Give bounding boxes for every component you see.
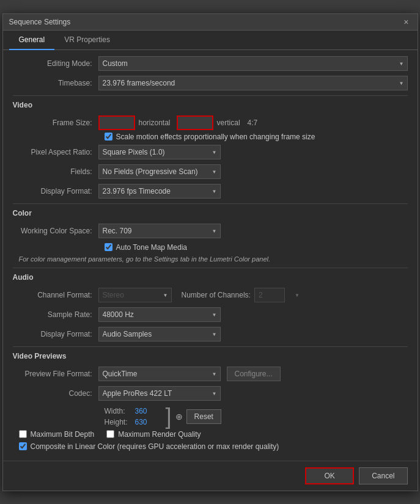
preview-file-format-control: QuickTime [98, 367, 221, 381]
max-bit-depth-label[interactable]: Maximum Bit Depth [31, 430, 95, 439]
editing-mode-select[interactable]: Custom [98, 56, 408, 71]
composite-linear-checkbox[interactable] [19, 442, 27, 450]
audio-section-header: Audio [13, 273, 408, 284]
sample-rate-select[interactable]: 48000 Hz [98, 307, 221, 322]
video-previews-section-header: Video Previews [13, 352, 408, 363]
preview-dimensions-row: Width: 360 Height: 630 ] ⊕ Reset [13, 406, 408, 428]
preview-height-label: Height: [105, 418, 135, 426]
preview-file-format-select[interactable]: QuickTime [98, 367, 221, 381]
num-channels-select[interactable]: 2 [254, 288, 285, 302]
pixel-aspect-select[interactable]: Square Pixels (1.0) [98, 145, 221, 159]
max-render-quality-checkbox[interactable] [106, 430, 114, 438]
ok-button[interactable]: OK [305, 467, 354, 484]
preview-height-row: Height: 630 [105, 418, 147, 426]
codec-select-wrapper: Apple ProRes 422 LT [98, 386, 221, 401]
working-color-space-select-wrapper: Rec. 709 [98, 224, 221, 238]
vertical-label: vertical [217, 119, 240, 127]
pixel-aspect-label: Pixel Aspect Ratio: [13, 148, 98, 156]
cancel-button[interactable]: Cancel [359, 467, 407, 484]
bottom-bar: OK Cancel [3, 461, 418, 491]
auto-tone-map-checkbox[interactable] [105, 243, 112, 251]
video-section-header: Video [13, 101, 408, 112]
codec-label: Codec: [13, 389, 98, 398]
display-format-audio-select[interactable]: Audio Samples [98, 327, 221, 341]
preview-file-format-row: Preview File Format: QuickTime Configure… [13, 367, 408, 381]
frame-size-row: Frame Size: 360 horizontal 630 vertical … [13, 115, 408, 130]
link-bracket: ] [166, 406, 172, 428]
timebase-select[interactable]: 23.976 frames/second [98, 76, 408, 90]
editing-mode-row: Editing Mode: Custom [13, 56, 408, 71]
aspect-ratio: 4:7 [248, 119, 258, 127]
timebase-label: Timebase: [13, 79, 98, 87]
max-bit-depth-checkbox[interactable] [19, 430, 27, 438]
display-format-audio-control: Audio Samples [98, 327, 221, 341]
preview-width-row: Width: 360 [105, 407, 147, 415]
preview-height-value: 630 [135, 418, 147, 426]
close-button[interactable]: × [401, 18, 411, 26]
timebase-row: Timebase: 23.976 frames/second [13, 76, 408, 90]
tab-vr-properties[interactable]: VR Properties [54, 31, 120, 50]
scale-motion-row: Scale motion effects proportionally when… [13, 133, 408, 141]
preview-width-label: Width: [105, 407, 135, 415]
max-options-row: Maximum Bit Depth Maximum Render Quality [13, 430, 408, 439]
preview-file-format-select-wrapper: QuickTime [98, 367, 221, 381]
sample-rate-row: Sample Rate: 48000 Hz [13, 307, 408, 322]
working-color-space-control: Rec. 709 [98, 224, 221, 238]
sample-rate-select-wrapper: 48000 Hz [98, 307, 221, 322]
sample-rate-label: Sample Rate: [13, 310, 98, 319]
scale-motion-checkbox[interactable] [105, 133, 112, 141]
preview-width-value: 360 [135, 407, 147, 415]
pixel-aspect-select-wrapper: Square Pixels (1.0) [98, 145, 221, 159]
fields-select[interactable]: No Fields (Progressive Scan) [98, 164, 221, 179]
display-format-audio-select-wrapper: Audio Samples [98, 327, 221, 341]
horizontal-label: horizontal [139, 119, 171, 127]
divider-color [13, 203, 408, 204]
sample-rate-control: 48000 Hz [98, 307, 221, 322]
configure-button[interactable]: Configure... [227, 367, 281, 381]
channel-format-select-wrapper: Stereo [98, 288, 172, 302]
num-channels-select-wrapper: 2 [254, 288, 303, 302]
auto-tone-map-row: Auto Tone Map Media [13, 243, 408, 252]
scale-motion-label[interactable]: Scale motion effects proportionally when… [116, 133, 315, 141]
working-color-space-select[interactable]: Rec. 709 [98, 224, 221, 238]
divider-video [13, 95, 408, 96]
display-format-video-row: Display Format: 23.976 fps Timecode [13, 184, 408, 199]
reset-button[interactable]: Reset [186, 409, 221, 424]
display-format-video-select[interactable]: 23.976 fps Timecode [98, 184, 221, 199]
fields-label: Fields: [13, 167, 98, 176]
divider-video-previews [13, 346, 408, 347]
timebase-select-wrapper: 23.976 frames/second [98, 76, 408, 90]
display-format-video-label: Display Format: [13, 187, 98, 195]
editing-mode-label: Editing Mode: [13, 59, 98, 68]
auto-tone-map-label[interactable]: Auto Tone Map Media [116, 243, 188, 252]
display-format-video-control: 23.976 fps Timecode [98, 184, 221, 199]
composite-linear-label[interactable]: Composite in Linear Color (requires GPU … [31, 442, 279, 451]
frame-height-input[interactable]: 630 [177, 115, 213, 130]
color-info-text: For color management parameters, go to t… [13, 255, 408, 263]
frame-size-label: Frame Size: [13, 119, 98, 127]
channel-format-select[interactable]: Stereo [98, 288, 172, 302]
timebase-control: 23.976 frames/second [98, 76, 408, 90]
sequence-settings-dialog: Sequence Settings × General VR Propertie… [2, 13, 418, 491]
display-format-audio-row: Display Format: Audio Samples [13, 327, 408, 341]
color-section-header: Color [13, 209, 408, 220]
num-channels-label: Number of Channels: [182, 291, 251, 299]
channel-format-label: Channel Format: [13, 291, 98, 299]
divider-audio [13, 268, 408, 268]
frame-width-input[interactable]: 360 [98, 115, 135, 130]
codec-select[interactable]: Apple ProRes 422 LT [98, 386, 221, 401]
fields-control: No Fields (Progressive Scan) [98, 164, 221, 179]
editing-mode-control: Custom [98, 56, 408, 71]
num-channels-control: 2 [254, 288, 285, 302]
title-bar: Sequence Settings × [3, 14, 418, 31]
display-format-audio-label: Display Format: [13, 330, 98, 338]
bracket-reset-area: ] ⊕ Reset [166, 406, 221, 428]
max-render-quality-label[interactable]: Maximum Render Quality [118, 430, 201, 439]
pixel-aspect-control: Square Pixels (1.0) [98, 145, 221, 159]
codec-row: Codec: Apple ProRes 422 LT [13, 386, 408, 401]
working-color-space-row: Working Color Space: Rec. 709 [13, 224, 408, 238]
tab-bar: General VR Properties [3, 31, 418, 50]
preview-file-format-label: Preview File Format: [13, 370, 98, 378]
tab-general[interactable]: General [9, 31, 55, 50]
dialog-title: Sequence Settings [9, 18, 71, 26]
